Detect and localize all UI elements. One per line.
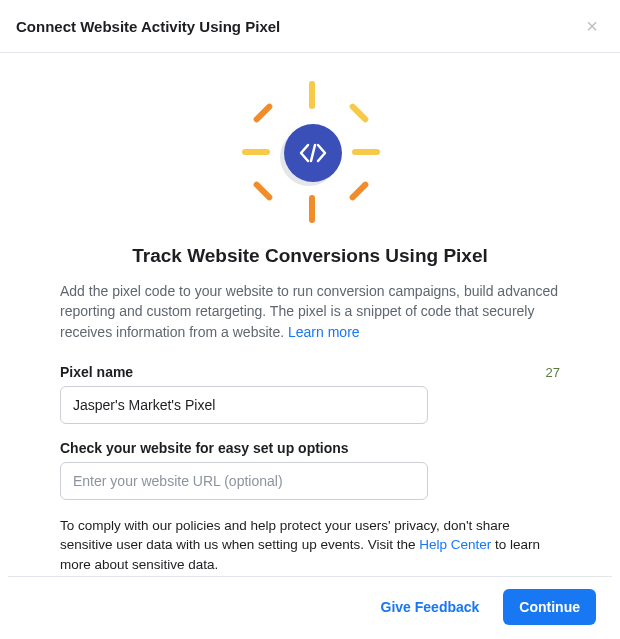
modal-title: Connect Website Activity Using Pixel: [16, 18, 280, 35]
modal-body: Track Website Conversions Using Pixel Ad…: [0, 53, 620, 576]
section-description: Add the pixel code to your website to ru…: [60, 281, 560, 342]
illustration: [60, 53, 560, 239]
learn-more-link[interactable]: Learn more: [288, 324, 360, 340]
pixel-name-input[interactable]: [60, 386, 428, 424]
close-icon[interactable]: ×: [580, 14, 604, 38]
modal-header: Connect Website Activity Using Pixel ×: [0, 0, 620, 53]
website-label: Check your website for easy set up optio…: [60, 440, 349, 456]
help-center-link[interactable]: Help Center: [419, 537, 491, 552]
pixel-name-label: Pixel name: [60, 364, 133, 380]
svg-line-0: [311, 145, 315, 161]
modal-dialog: Connect Website Activity Using Pixel ×: [0, 0, 620, 639]
pixel-name-header: Pixel name 27: [60, 364, 560, 380]
modal-footer: Give Feedback Continue: [8, 576, 612, 639]
section-title: Track Website Conversions Using Pixel: [60, 245, 560, 267]
code-icon: [284, 124, 342, 182]
char-counter: 27: [546, 365, 560, 380]
website-url-input[interactable]: [60, 462, 428, 500]
policy-text: To comply with our policies and help pro…: [60, 516, 560, 575]
give-feedback-button[interactable]: Give Feedback: [365, 589, 496, 625]
website-header: Check your website for easy set up optio…: [60, 440, 560, 456]
continue-button[interactable]: Continue: [503, 589, 596, 625]
